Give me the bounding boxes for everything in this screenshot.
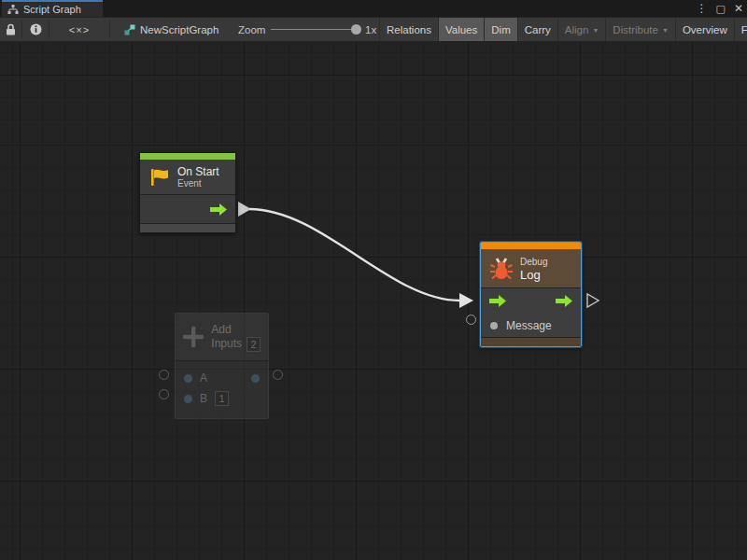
add-node-ghost[interactable]: Add Inputs 2 A B 1	[175, 313, 269, 419]
plus-icon	[183, 325, 204, 349]
graph-canvas[interactable]: On Start Event	[0, 42, 747, 560]
flag-icon	[148, 167, 171, 188]
message-port-label: Message	[506, 319, 552, 332]
zoom-slider-track[interactable]	[271, 29, 355, 30]
wire-start-arrow	[238, 202, 251, 217]
flow-output-port[interactable]	[556, 295, 572, 307]
title-bar: Script Graph ⋮ ▢ ✕	[0, 0, 747, 17]
tab-script-graph[interactable]: Script Graph	[2, 0, 103, 17]
output-port-sum[interactable]	[251, 374, 260, 383]
node-subtitle: Event	[177, 178, 219, 189]
port-a-label: A	[200, 371, 207, 385]
info-icon	[30, 23, 42, 35]
port-b-label: B	[200, 392, 207, 405]
fullscreen-button[interactable]: Full S	[734, 18, 747, 41]
lock-button[interactable]	[0, 18, 21, 41]
port-a-connector[interactable]	[159, 370, 169, 380]
lock-icon	[6, 23, 16, 35]
toolbar-toggle-group: Relations Values Dim Carry Align ▼ Distr…	[379, 18, 747, 41]
debug-log-node[interactable]: Debug Log Message	[480, 242, 582, 347]
zoom-label: Zoom	[238, 18, 265, 41]
wire-end-arrow	[459, 293, 473, 308]
port-row-b: B 1	[176, 388, 268, 409]
relations-button[interactable]: Relations	[379, 18, 438, 41]
node-footer	[481, 338, 581, 346]
close-icon[interactable]: ✕	[734, 0, 743, 17]
message-value-port[interactable]	[490, 322, 498, 329]
tab-title: Script Graph	[23, 4, 81, 15]
input-port-b[interactable]	[184, 395, 192, 403]
window-menu-icon[interactable]: ⋮	[697, 0, 708, 17]
event-accent-bar	[140, 153, 235, 160]
input-port-a[interactable]	[184, 374, 192, 383]
debug-accent-bar	[481, 243, 581, 249]
trigger-output-port[interactable]	[210, 203, 227, 216]
graph-name-label: NewScriptGraph	[140, 24, 218, 35]
flow-input-port[interactable]	[489, 295, 506, 307]
script-graph-window: Script Graph ⋮ ▢ ✕ <×>	[0, 0, 747, 560]
node-title: Log	[520, 268, 547, 282]
zoom-value: 1x	[365, 18, 376, 41]
port-b-value-field[interactable]: 1	[215, 391, 229, 406]
bug-icon	[489, 257, 514, 281]
graph-name-button[interactable]: NewScriptGraph	[124, 18, 218, 41]
port-b-connector[interactable]	[159, 389, 169, 399]
node-title: Add	[211, 323, 261, 337]
distribute-dropdown[interactable]: Distribute ▼	[605, 18, 675, 41]
node-title: On Start	[177, 165, 219, 178]
info-button[interactable]	[22, 18, 49, 41]
message-port-connector[interactable]	[466, 315, 476, 325]
code-preview-button[interactable]: <×>	[49, 18, 109, 41]
code-icon: <×>	[69, 24, 90, 35]
connection-layer	[0, 42, 747, 560]
overview-button[interactable]: Overview	[675, 18, 734, 41]
graph-toolbar: <×> NewScriptGraph Zoom 1x Relations Val…	[0, 17, 747, 42]
inputs-count-field[interactable]: 2	[247, 337, 261, 352]
chevron-down-icon: ▼	[592, 27, 599, 34]
port-row-a: A	[176, 368, 268, 388]
zoom-slider-handle[interactable]	[351, 24, 361, 35]
carry-button[interactable]: Carry	[517, 18, 557, 41]
output-connector[interactable]	[273, 370, 283, 380]
flow-connection-wire[interactable]	[249, 209, 459, 301]
node-category: Debug	[520, 256, 547, 268]
inputs-label: Inputs	[211, 337, 242, 351]
on-start-node[interactable]: On Start Event	[139, 152, 236, 233]
maximize-icon[interactable]: ▢	[716, 0, 726, 17]
dim-button[interactable]: Dim	[484, 18, 516, 41]
debug-exit-port-outline[interactable]	[587, 294, 599, 307]
script-graph-asset-icon	[124, 24, 135, 35]
toolbar-separator	[109, 21, 110, 38]
graph-icon	[7, 5, 19, 15]
align-dropdown[interactable]: Align ▼	[557, 18, 606, 41]
chevron-down-icon: ▼	[662, 27, 669, 34]
node-footer	[140, 224, 235, 232]
values-button[interactable]: Values	[438, 18, 484, 41]
